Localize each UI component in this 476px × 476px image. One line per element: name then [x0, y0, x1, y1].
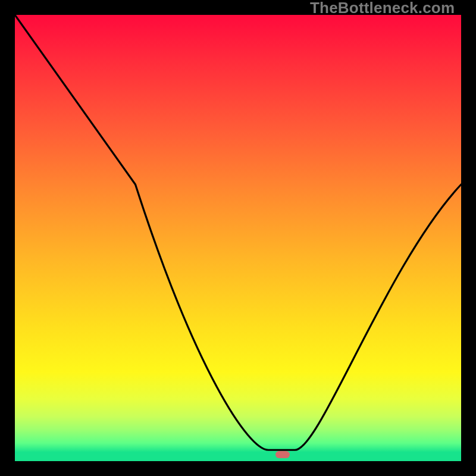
curve-layer: [15, 15, 461, 461]
plot-area: [15, 15, 461, 461]
watermark-text: TheBottleneck.com: [310, 0, 455, 17]
minimum-marker: [275, 451, 290, 458]
chart-frame: TheBottleneck.com: [0, 0, 476, 476]
bottleneck-curve: [15, 15, 461, 450]
